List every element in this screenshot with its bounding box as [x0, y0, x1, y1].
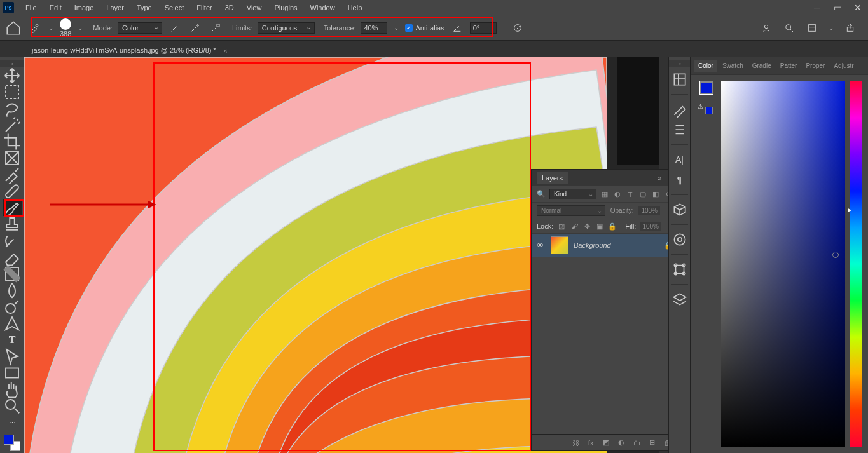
link-layers-icon[interactable]: ⛓ [571, 438, 580, 447]
3d-panel-icon[interactable] [672, 201, 688, 218]
crop-tool[interactable] [3, 133, 22, 150]
dodge-tool[interactable] [3, 299, 22, 315]
search-button[interactable] [782, 20, 797, 36]
menu-type[interactable]: Type [130, 1, 158, 14]
color-replacement-tool[interactable] [3, 199, 22, 216]
transform-panel-icon[interactable] [672, 261, 688, 278]
filter-toggle-icon[interactable]: ⊘ [664, 190, 668, 199]
workspace-switcher[interactable] [804, 20, 820, 36]
fill-chevron-icon[interactable]: ⌄ [665, 223, 668, 230]
dock-collapse-icon[interactable]: « [669, 60, 690, 67]
edit-toolbar-button[interactable]: ⋯ [3, 414, 22, 431]
filter-type-icon[interactable]: T [626, 190, 635, 199]
cloud-docs-button[interactable] [759, 20, 774, 36]
shape-tool[interactable] [3, 365, 22, 381]
stamp-tool[interactable] [3, 216, 22, 233]
mode-dropdown[interactable]: Color [118, 22, 162, 34]
gradient-tool[interactable] [3, 266, 22, 282]
close-button[interactable]: ✕ [848, 0, 868, 15]
tolerance-input[interactable]: 40% [361, 22, 387, 34]
layer-group-icon[interactable]: 🗀 [632, 438, 641, 447]
sampling-swatch-button[interactable] [208, 20, 223, 36]
close-tab-icon[interactable]: × [223, 47, 227, 55]
menu-3d[interactable]: 3D [219, 1, 240, 14]
layer-lock-icon[interactable]: 🔒 [664, 241, 668, 250]
color-warning-swatch[interactable]: ⚠ [700, 102, 713, 114]
filter-adjust-icon[interactable]: ◐ [613, 190, 622, 199]
filter-pixel-icon[interactable]: ▦ [600, 190, 609, 199]
visibility-toggle-icon[interactable]: 👁 [537, 241, 546, 249]
color-tab[interactable]: Color [694, 60, 717, 72]
opacity-chevron-icon[interactable]: ⌄ [665, 207, 668, 214]
hand-tool[interactable] [3, 381, 22, 398]
brush-preset-picker[interactable]: 388 [60, 18, 71, 37]
filter-smart-icon[interactable]: ◧ [651, 190, 660, 199]
lock-position-icon[interactable]: ✥ [582, 222, 591, 231]
path-select-tool[interactable] [3, 348, 22, 365]
limits-dropdown[interactable]: Contiguous [258, 22, 315, 34]
libraries-panel-icon[interactable] [672, 231, 688, 248]
hue-slider[interactable]: ▶ [850, 81, 862, 447]
share-button[interactable] [843, 20, 858, 36]
document-tab[interactable]: jason-leung-wHddViTmSvA-unsplash.jpg @ 2… [25, 43, 231, 57]
antialias-checkbox[interactable]: ✓ [405, 24, 413, 32]
menu-file[interactable]: File [19, 1, 43, 14]
panel-collapse-icon[interactable]: » [658, 175, 661, 182]
move-tool[interactable] [3, 67, 22, 84]
maximize-button[interactable]: ▭ [827, 0, 848, 15]
menu-plugins[interactable]: Plugins [268, 1, 303, 14]
layers-tab[interactable]: Layers [537, 172, 568, 184]
tool-preset-picker[interactable] [27, 20, 42, 36]
brushes-panel-icon[interactable] [672, 101, 688, 118]
document-canvas[interactable] [24, 57, 607, 453]
menu-filter[interactable]: Filter [190, 1, 218, 14]
foreground-swatch[interactable] [4, 435, 14, 445]
menu-help[interactable]: Help [341, 1, 369, 14]
properties-tab[interactable]: Proper [802, 60, 829, 72]
layers-panel-icon[interactable] [672, 291, 688, 308]
layer-fx-icon[interactable]: fx [586, 438, 595, 447]
adjustment-layer-icon[interactable]: ◐ [617, 438, 626, 447]
menu-window[interactable]: Window [304, 1, 341, 14]
layer-mask-icon[interactable]: ◩ [602, 438, 610, 447]
lock-transparency-icon[interactable]: ▨ [557, 222, 566, 231]
menu-select[interactable]: Select [158, 1, 191, 14]
fill-input[interactable]: 100% [640, 222, 661, 231]
eyedropper-tool[interactable] [3, 166, 22, 183]
frame-tool[interactable] [3, 150, 22, 166]
delete-layer-icon[interactable]: 🗑 [663, 438, 668, 447]
lock-all-icon[interactable]: 🔒 [608, 222, 617, 231]
swatches-tab[interactable]: Swatch [719, 60, 747, 72]
quick-select-tool[interactable] [3, 117, 22, 133]
brush-chevron-icon[interactable]: ⌄ [76, 24, 84, 31]
tolerance-chevron-icon[interactable]: ⌄ [392, 24, 400, 31]
menu-layer[interactable]: Layer [100, 1, 130, 14]
blur-tool[interactable] [3, 282, 22, 299]
lock-artboard-icon[interactable]: ▣ [595, 222, 604, 231]
gradients-tab[interactable]: Gradie [748, 60, 775, 72]
patterns-tab[interactable]: Patter [776, 60, 801, 72]
menu-edit[interactable]: Edit [43, 1, 68, 14]
foreground-background-swatch[interactable] [4, 435, 20, 451]
layer-name-label[interactable]: Background [574, 241, 659, 249]
opacity-input[interactable]: 100% [638, 206, 660, 215]
layer-filter-dropdown[interactable]: Kind [549, 189, 596, 199]
history-panel-icon[interactable] [672, 71, 688, 88]
type-tool[interactable]: T [3, 332, 22, 348]
marquee-tool[interactable] [3, 84, 22, 100]
home-button[interactable] [5, 20, 22, 36]
lasso-tool[interactable] [3, 100, 22, 117]
healing-tool[interactable] [3, 183, 22, 199]
pressure-size-button[interactable] [510, 20, 525, 36]
character-panel-icon[interactable]: A| [672, 151, 688, 168]
color-foreground-swatch[interactable] [700, 81, 713, 94]
eraser-tool[interactable] [3, 249, 22, 266]
history-brush-tool[interactable] [3, 233, 22, 249]
menu-image[interactable]: Image [68, 1, 100, 14]
layer-item[interactable]: 👁 Background 🔒 [532, 234, 668, 257]
paragraph-panel-icon[interactable]: ¶ [672, 172, 688, 188]
minimize-button[interactable]: ─ [807, 0, 827, 15]
filter-shape-icon[interactable]: ▢ [638, 190, 647, 199]
layer-thumbnail[interactable] [551, 236, 568, 254]
adjustments-tab[interactable]: Adjustr [830, 60, 857, 72]
